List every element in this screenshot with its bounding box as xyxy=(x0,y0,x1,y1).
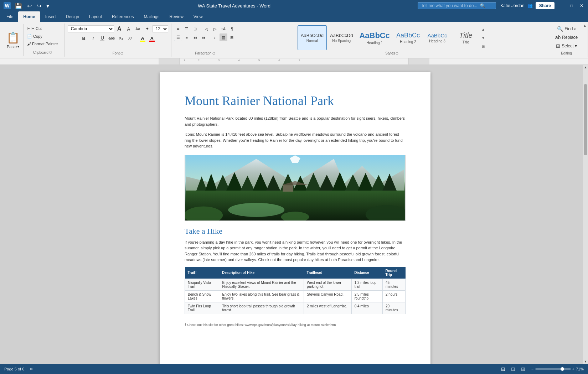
copy-button[interactable]: 📄 Copy xyxy=(26,33,60,40)
tab-references[interactable]: References xyxy=(107,11,139,22)
table-row: Bench & Snow Lakes Enjoy two lakes along… xyxy=(185,290,406,302)
zoom-in-button[interactable]: + xyxy=(572,367,574,371)
tab-home[interactable]: Home xyxy=(18,11,40,22)
styles-expand-button[interactable]: ⊞ xyxy=(480,43,486,50)
paste-button[interactable]: 📋 Paste ▾ xyxy=(3,24,24,56)
scroll-up-button[interactable]: ▲ xyxy=(583,65,588,70)
sort-button[interactable]: ↕A xyxy=(220,25,227,33)
font-family-select[interactable]: Cambria xyxy=(68,25,114,32)
strikethrough-button[interactable]: abc xyxy=(108,34,115,42)
font-size-select[interactable]: 12 xyxy=(153,25,168,32)
read-mode-view-button[interactable]: ⊞ xyxy=(519,366,527,372)
underline-button[interactable]: U xyxy=(98,34,106,42)
ruler-numbers: 1 2 3 4 5 6 7 xyxy=(180,59,408,64)
left-margin xyxy=(0,65,7,364)
zoom-track[interactable] xyxy=(535,368,571,370)
align-right-button[interactable]: ☷ xyxy=(191,33,199,41)
styles-group: AaBbCcDd Normal AaBbCcDd No Spacing AaBb… xyxy=(239,24,545,57)
borders-button[interactable]: ⊞ xyxy=(228,33,236,41)
zoom-out-button[interactable]: − xyxy=(531,367,533,371)
cut-label: ✂ Cut xyxy=(31,26,42,31)
ribbon-collapse-button[interactable]: ▲ xyxy=(583,24,587,27)
numbering-button[interactable]: ☰ xyxy=(183,25,191,33)
style-heading3-item[interactable]: AaBbCc Heading 3 xyxy=(423,25,452,50)
style-heading1-item[interactable]: AaBbCc Heading 1 xyxy=(356,25,393,50)
col-distance: Distance xyxy=(351,267,382,279)
style-no-spacing-preview: AaBbCcDd xyxy=(330,33,353,38)
font-group: Cambria A A Aa ✦ 12 B I U abc X₂ X² A A xyxy=(65,24,171,57)
change-case-button[interactable]: Aa xyxy=(134,25,142,33)
minimize-button[interactable]: — xyxy=(559,3,564,9)
replace-button[interactable]: ab Replace xyxy=(553,33,580,41)
justify-button[interactable]: ☷ xyxy=(200,33,208,41)
clear-formatting-button[interactable]: ✦ xyxy=(143,25,151,33)
style-no-spacing-item[interactable]: AaBbCcDd No Spacing xyxy=(327,25,356,50)
shading-button[interactable]: ▥ xyxy=(220,33,227,41)
scroll-down-button[interactable]: ▼ xyxy=(583,359,588,364)
web-layout-view-button[interactable]: ⊡ xyxy=(509,366,517,372)
styles-scroll-down-button[interactable]: ▼ xyxy=(480,35,486,41)
customize-quick-access-button[interactable]: ▾ xyxy=(45,2,51,10)
superscript-button[interactable]: X² xyxy=(126,34,134,42)
scrollbar-thumb[interactable] xyxy=(584,84,587,155)
show-hide-button[interactable]: ¶ xyxy=(228,25,236,33)
status-bar-right: ⊟ ⊡ ⊞ − + 71% xyxy=(499,366,584,372)
tab-layout[interactable]: Layout xyxy=(84,11,107,22)
clipboard-group-label: Clipboard ⬡ xyxy=(26,50,60,54)
styles-scroll-arrows: ▲ ▼ ⊞ xyxy=(480,25,486,50)
tab-mailings[interactable]: Mailings xyxy=(139,11,164,22)
multilevel-list-button[interactable]: ⊞ xyxy=(191,25,199,33)
tab-review[interactable]: Review xyxy=(164,11,188,22)
grow-font-button[interactable]: A xyxy=(115,25,123,33)
tab-file[interactable]: File xyxy=(1,11,18,22)
user-name[interactable]: Katie Jordan xyxy=(500,3,524,8)
print-layout-view-button[interactable]: ⊟ xyxy=(499,366,507,372)
subscript-button[interactable]: X₂ xyxy=(117,34,125,42)
shrink-font-button[interactable]: A xyxy=(125,25,133,33)
paragraph-group: ≣ ☰ ⊞ ◁ ▷ ↕A ¶ ☰ ≡ ☷ ☷ ↕ ▥ ⊞ Paragraph ⬡ xyxy=(171,24,239,57)
tab-view[interactable]: View xyxy=(189,11,208,22)
vertical-scrollbar[interactable]: ▲ ▼ xyxy=(583,65,588,364)
italic-button[interactable]: I xyxy=(89,34,97,42)
ribbon: 📋 Paste ▾ ✂ ✂ Cut 📄 Copy 🖌 Format Painte… xyxy=(0,22,588,58)
style-title-item[interactable]: Title Title xyxy=(452,25,480,50)
save-button[interactable]: 💾 xyxy=(14,2,24,10)
trail-desc-2: Enjoy two lakes along this trail. See be… xyxy=(219,290,304,302)
style-normal-item[interactable]: AaBbCcDd Normal xyxy=(298,25,327,50)
font-group-label: Font ⬡ xyxy=(68,51,168,55)
trail-dist-3: 0.4 miles xyxy=(351,302,382,314)
close-button[interactable]: ✕ xyxy=(579,3,584,9)
zoom-thumb[interactable] xyxy=(561,367,564,371)
tab-insert[interactable]: Insert xyxy=(40,11,61,22)
undo-button[interactable]: ↩ xyxy=(26,2,33,10)
text-color-button[interactable]: A xyxy=(148,34,156,42)
document-scroll-area[interactable]: Mount Rainier National Park Mount Rainie… xyxy=(7,65,583,364)
maximize-button[interactable]: □ xyxy=(569,3,574,9)
col-description: Description of Hike xyxy=(219,267,304,279)
trail-time-2: 2 hours xyxy=(382,290,405,302)
find-button[interactable]: 🔍 Find ▾ xyxy=(555,25,578,33)
search-input[interactable] xyxy=(421,3,478,8)
word-app-icon: W xyxy=(4,2,11,9)
tab-design[interactable]: Design xyxy=(61,11,84,22)
align-left-button[interactable]: ☰ xyxy=(174,33,182,41)
line-spacing-button[interactable]: ↕ xyxy=(211,33,219,41)
format-painter-button[interactable]: 🖌 Format Painter xyxy=(26,41,60,47)
share-button[interactable]: Share xyxy=(536,2,555,9)
cut-button[interactable]: ✂ ✂ Cut xyxy=(26,26,60,32)
center-align-button[interactable]: ≡ xyxy=(183,33,191,41)
table-body: Nisqually Vista Trail Enjoy excellent vi… xyxy=(185,279,406,314)
bullets-button[interactable]: ≣ xyxy=(174,25,182,33)
decrease-indent-button[interactable]: ◁ xyxy=(202,25,210,33)
redo-button[interactable]: ↪ xyxy=(35,2,43,10)
select-button[interactable]: ⊞ Select ▾ xyxy=(554,42,579,50)
text-highlight-button[interactable]: A xyxy=(139,34,146,42)
mountain-scene-svg xyxy=(185,155,405,220)
document-area: Mount Rainier National Park Mount Rainie… xyxy=(0,65,588,364)
clipboard-right: ✂ ✂ Cut 📄 Copy 🖌 Format Painter Clipboar… xyxy=(24,24,62,56)
increase-indent-button[interactable]: ▷ xyxy=(211,25,219,33)
bold-button[interactable]: B xyxy=(80,34,88,42)
search-bar[interactable]: 🔍 xyxy=(418,2,496,9)
styles-scroll-up-button[interactable]: ▲ xyxy=(480,26,486,32)
style-heading2-item[interactable]: AaBbCc Heading 2 xyxy=(393,25,423,50)
